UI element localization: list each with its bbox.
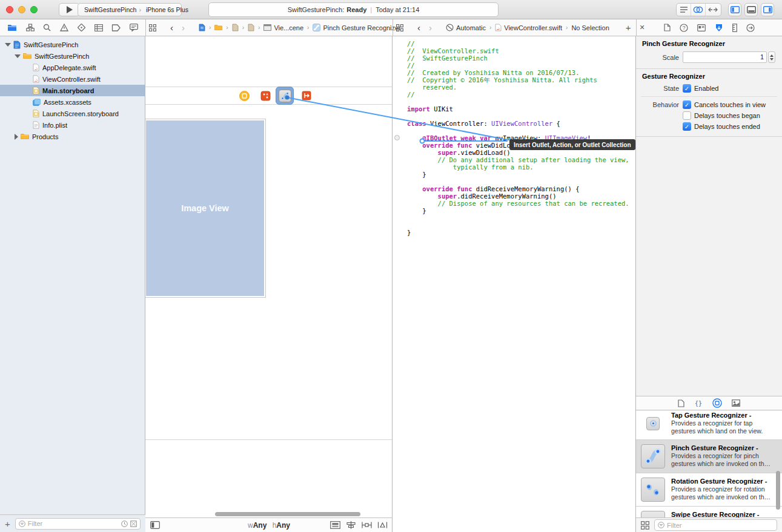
size-inspector-tab[interactable] <box>732 24 737 32</box>
library-filter-field[interactable]: Filter <box>654 519 777 531</box>
scale-stepper[interactable] <box>768 51 775 63</box>
toggle-inspector-button[interactable] <box>761 3 774 16</box>
disclosure-triangle[interactable] <box>15 134 18 140</box>
resolve-auto-layout-icon[interactable] <box>377 521 388 529</box>
file-tree-item-swiftgesturepinch[interactable]: SwiftGesturePinch <box>0 50 145 62</box>
version-editor-button[interactable] <box>706 4 720 16</box>
recent-files-icon[interactable] <box>121 521 128 527</box>
run-button[interactable] <box>59 3 79 16</box>
view-controller-dock-icon[interactable] <box>239 91 250 101</box>
report-navigator-tab[interactable] <box>130 24 138 31</box>
first-responder-dock-icon[interactable] <box>260 91 271 101</box>
code-line[interactable]: // SwiftGesturePinch <box>393 54 636 62</box>
code-line[interactable]: class ViewController: UIViewController { <box>393 120 636 127</box>
embed-in-stack-icon[interactable] <box>330 521 340 529</box>
storyboard-doc-icon[interactable] <box>248 24 254 31</box>
symbol-navigator-tab[interactable] <box>26 24 35 31</box>
assistant-editor-button[interactable] <box>691 4 706 16</box>
storyboard-doc-icon[interactable] <box>232 24 239 31</box>
assistant-code-editor[interactable]: //// ViewController.swift// SwiftGesture… <box>393 36 636 532</box>
back-button[interactable]: ‹ <box>170 22 173 33</box>
media-library-tab[interactable] <box>732 399 740 407</box>
project-doc-icon[interactable] <box>199 24 205 31</box>
library-item-tap-gesture-recognizer[interactable]: Tap Gesture Recognizer -Provides a recog… <box>636 411 782 440</box>
file-tree-item-assets-xcassets[interactable]: Assets.xcassets <box>0 96 145 108</box>
related-items-icon[interactable] <box>396 24 403 31</box>
code-line[interactable] <box>393 113 636 120</box>
swift-file-icon[interactable] <box>495 24 502 31</box>
disclosure-triangle[interactable] <box>15 54 21 58</box>
code-line[interactable] <box>393 98 636 105</box>
pinch-gesture-icon[interactable] <box>313 24 320 31</box>
scheme-selector[interactable]: SwiftGesturePinch › iPhone 6s Plus <box>78 3 182 16</box>
file-template-library-tab[interactable] <box>678 399 684 407</box>
file-inspector-tab[interactable] <box>664 24 671 31</box>
code-line[interactable]: // Dispose of any resources that can be … <box>393 200 636 207</box>
enabled-checkbox[interactable]: ✓ <box>683 84 691 93</box>
code-line[interactable]: // <box>393 91 636 98</box>
disclosure-triangle[interactable] <box>5 43 11 47</box>
file-tree-item-appdelegate-swift[interactable]: AppDelegate.swift <box>0 62 145 73</box>
code-line[interactable]: typically from a nib. <box>393 163 636 171</box>
add-file-button[interactable]: + <box>5 519 10 529</box>
code-line[interactable] <box>393 214 636 222</box>
code-line[interactable]: // <box>393 62 636 69</box>
canvas-horizontal-scrollbar[interactable] <box>215 512 360 516</box>
view-controller-scene-icon[interactable] <box>263 24 271 31</box>
minimize-window-button[interactable] <box>18 6 25 13</box>
back-button[interactable]: ‹ <box>417 22 420 33</box>
code-line[interactable]: } <box>393 229 636 236</box>
toggle-navigator-button[interactable] <box>728 3 741 16</box>
image-view[interactable]: Image View <box>145 119 266 298</box>
debug-navigator-tab[interactable] <box>94 24 103 31</box>
close-window-button[interactable] <box>6 6 13 13</box>
connections-inspector-tab[interactable] <box>746 24 755 32</box>
identity-inspector-tab[interactable] <box>697 24 706 31</box>
forward-button[interactable]: › <box>429 22 432 33</box>
library-scrollbar[interactable] <box>776 471 780 510</box>
quick-help-inspector-tab[interactable]: ? <box>680 24 688 32</box>
library-item-swipe-gesture-recognizer[interactable]: Swipe Gesture Recognizer - <box>636 507 782 517</box>
standard-editor-button[interactable] <box>677 4 691 16</box>
code-line[interactable] <box>393 127 636 134</box>
interface-builder-canvas[interactable]: Image View wAny hAny <box>145 36 393 532</box>
file-tree-item-main-storyboard[interactable]: Main.storyboard <box>0 85 145 96</box>
file-tree-item-info-plist[interactable]: Info.plist <box>0 119 145 131</box>
align-icon[interactable] <box>346 521 356 529</box>
code-line[interactable]: // Do any additional setup after loading… <box>393 156 636 163</box>
scale-input[interactable]: 1 <box>683 51 767 63</box>
checkbox-cancels-touches-in-view[interactable]: ✓ <box>683 100 691 109</box>
code-line[interactable]: // ViewController.swift <box>393 47 636 54</box>
breakpoint-navigator-tab[interactable] <box>111 24 121 31</box>
folder-icon[interactable] <box>214 24 222 31</box>
forward-button[interactable]: › <box>182 22 185 33</box>
file-tree-item-viewcontroller-swift[interactable]: ViewController.swift <box>0 73 145 85</box>
source-control-status-icon[interactable] <box>130 521 137 527</box>
code-line[interactable]: override func didReceiveMemoryWarning() … <box>393 185 636 192</box>
file-tree-item-swiftgesturepinch[interactable]: SwiftGesturePinch <box>0 39 145 50</box>
add-assistant-editor-button[interactable]: + <box>626 22 631 33</box>
code-line[interactable]: import UIKit <box>393 105 636 113</box>
code-line[interactable] <box>393 222 636 229</box>
toggle-debug-area-button[interactable] <box>744 3 758 16</box>
issue-navigator-tab[interactable] <box>60 24 68 31</box>
jumpbar-mode[interactable]: Automatic <box>456 24 486 31</box>
code-snippet-library-tab[interactable]: {} <box>694 399 703 407</box>
checkbox-delays-touches-began[interactable] <box>683 111 691 120</box>
code-line[interactable]: // Copyright © 2016年 Yoshihisa Nitta. Al… <box>393 76 636 84</box>
project-navigator-tab[interactable] <box>7 24 17 31</box>
library-item-pinch-gesture-recognizer[interactable]: Pinch Gesture Recognizer -Provides a rec… <box>636 440 782 473</box>
library-view-mode-icon[interactable] <box>641 521 649 530</box>
code-line[interactable]: // <box>393 40 636 47</box>
file-tree-item-launchscreen-storyboard[interactable]: LaunchScreen.storyboard <box>0 108 145 119</box>
code-line[interactable]: super.didReceiveMemoryWarning() <box>393 192 636 200</box>
exit-dock-icon[interactable] <box>302 91 311 100</box>
related-items-icon[interactable] <box>149 24 156 31</box>
checkbox-delays-touches-ended[interactable]: ✓ <box>683 122 691 131</box>
jumpbar-scene[interactable]: Vie...cene <box>274 24 303 31</box>
code-line[interactable]: } <box>393 171 636 178</box>
attributes-inspector-tab[interactable] <box>715 24 723 32</box>
pinch-gesture-dock-icon-selected[interactable] <box>276 87 294 105</box>
pin-icon[interactable] <box>362 521 372 529</box>
file-tree-item-products[interactable]: Products <box>0 131 145 142</box>
